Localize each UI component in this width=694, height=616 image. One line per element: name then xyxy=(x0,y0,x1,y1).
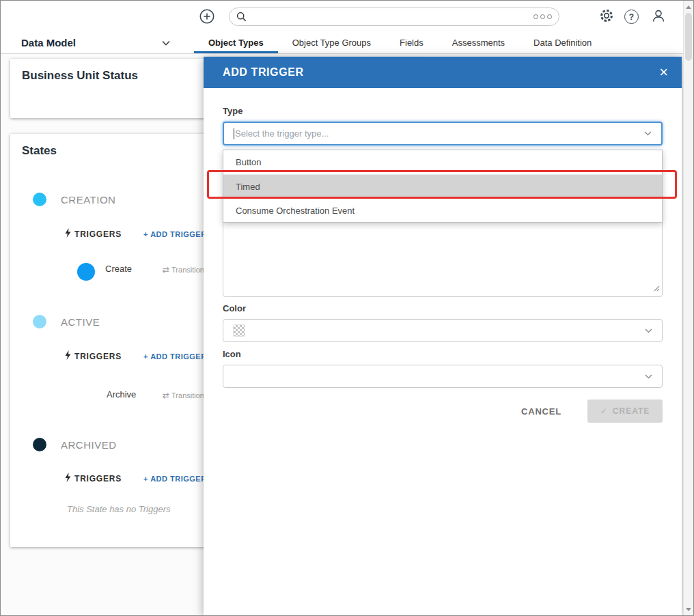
data-model-dropdown-label: Data Model xyxy=(21,37,76,48)
icon-label: Icon xyxy=(223,349,241,359)
trigger-bolt-icon xyxy=(65,473,71,485)
tab-object-type-groups[interactable]: Object Type Groups xyxy=(278,32,385,53)
user-icon xyxy=(651,8,666,26)
triggers-label: TRIGGERS xyxy=(74,229,122,239)
top-bar: ? xyxy=(1,1,683,32)
transitions-text: Transitions xyxy=(171,391,204,400)
trigger-color-dot[interactable] xyxy=(77,263,95,281)
state-name: CREATION xyxy=(61,194,115,206)
help-button[interactable]: ? xyxy=(624,9,639,25)
add-trigger-link[interactable]: + ADD TRIGGER xyxy=(143,230,207,238)
trigger-bolt-icon xyxy=(65,228,71,240)
check-icon: ✓ xyxy=(600,406,608,416)
color-select[interactable] xyxy=(223,319,663,342)
modal-title: ADD TRIGGER xyxy=(223,66,304,79)
transitions-link[interactable]: ⇄Transitions t xyxy=(163,265,204,275)
search-icon xyxy=(236,12,247,22)
scroll-up-arrow-icon[interactable] xyxy=(684,2,693,12)
transitions-text: Transitions t xyxy=(171,266,204,274)
triggers-row: TRIGGERS + ADD TRIGGER xyxy=(65,229,207,240)
tab-object-types[interactable]: Object Types xyxy=(194,32,278,53)
icon-select[interactable] xyxy=(223,365,663,388)
scroll-down-arrow-icon[interactable] xyxy=(684,604,693,614)
plus-circle-icon xyxy=(199,14,214,26)
scrollbar-thumb[interactable] xyxy=(685,13,692,61)
color-swatch xyxy=(233,324,245,337)
state-color-dot xyxy=(33,438,46,451)
page-scrollbar[interactable] xyxy=(683,1,693,615)
tab-data-definition[interactable]: Data Definition xyxy=(519,32,606,53)
chevron-down-icon xyxy=(644,131,652,136)
resize-grip-icon[interactable] xyxy=(653,282,660,294)
no-triggers-note: This State has no Triggers xyxy=(67,504,171,514)
tab-assessments[interactable]: Assessments xyxy=(438,32,519,53)
option-button[interactable]: Button xyxy=(223,150,662,174)
type-placeholder: Select the trigger type... xyxy=(235,128,329,139)
help-icon: ? xyxy=(624,10,639,24)
state-name: ARCHIVED xyxy=(61,439,117,451)
triggers-row: TRIGGERS + ADD TRIGGER xyxy=(65,473,207,484)
state-color-dot xyxy=(33,193,46,206)
tab-fields[interactable]: Fields xyxy=(385,32,438,53)
chevron-down-icon xyxy=(645,328,652,333)
states-title: States xyxy=(22,144,57,158)
state-name: ACTIVE xyxy=(61,316,100,328)
user-menu-button[interactable] xyxy=(650,9,666,25)
nav-bar: Data Model Object Types Object Type Grou… xyxy=(1,32,683,54)
close-icon[interactable]: × xyxy=(659,65,668,80)
trigger-bolt-icon xyxy=(65,350,71,363)
trigger-name[interactable]: Archive xyxy=(107,389,136,400)
add-trigger-modal: ADD TRIGGER × Type Select the trigger ty… xyxy=(204,57,682,615)
add-new-button[interactable] xyxy=(199,9,214,24)
triggers-row: TRIGGERS + ADD TRIGGER xyxy=(65,351,207,362)
nav-tabs: Object Types Object Type Groups Fields A… xyxy=(194,32,606,53)
cancel-button[interactable]: CANCEL xyxy=(521,406,561,417)
state-color-dot xyxy=(33,315,46,328)
triggers-label: TRIGGERS xyxy=(74,474,122,484)
modal-actions: CANCEL ✓ CREATE xyxy=(223,400,663,423)
trigger-type-dropdown: Button Timed Consume Orchestration Event xyxy=(223,150,663,223)
create-button-label: CREATE xyxy=(613,406,650,416)
app-window: ? Data Model Object Types Object Type Gr… xyxy=(0,0,694,616)
search-input[interactable] xyxy=(229,8,559,26)
search-overflow-button[interactable] xyxy=(533,14,552,19)
chevron-down-icon xyxy=(645,374,652,379)
gear-icon xyxy=(599,8,614,26)
transitions-arrows-icon: ⇄ xyxy=(163,391,169,400)
transitions-link[interactable]: ⇄Transitions xyxy=(163,391,204,400)
trigger-name[interactable]: Create xyxy=(105,264,132,274)
add-trigger-link[interactable]: + ADD TRIGGER xyxy=(143,352,207,361)
add-trigger-link[interactable]: + ADD TRIGGER xyxy=(143,475,207,483)
text-cursor xyxy=(234,128,234,139)
modal-header: ADD TRIGGER × xyxy=(204,57,682,88)
object-type-title: Business Unit Status xyxy=(22,69,138,83)
settings-button[interactable] xyxy=(598,9,614,25)
triggers-label: TRIGGERS xyxy=(74,352,122,361)
trigger-type-select[interactable]: Select the trigger type... xyxy=(223,122,663,145)
type-label: Type xyxy=(223,106,242,116)
option-consume-orchestration-event[interactable]: Consume Orchestration Event xyxy=(223,198,662,222)
color-label: Color xyxy=(223,303,246,313)
create-button[interactable]: ✓ CREATE xyxy=(587,400,663,423)
transitions-arrows-icon: ⇄ xyxy=(163,265,169,275)
data-model-dropdown[interactable]: Data Model xyxy=(1,32,185,53)
option-timed[interactable]: Timed xyxy=(223,174,662,198)
chevron-down-icon xyxy=(162,40,170,46)
